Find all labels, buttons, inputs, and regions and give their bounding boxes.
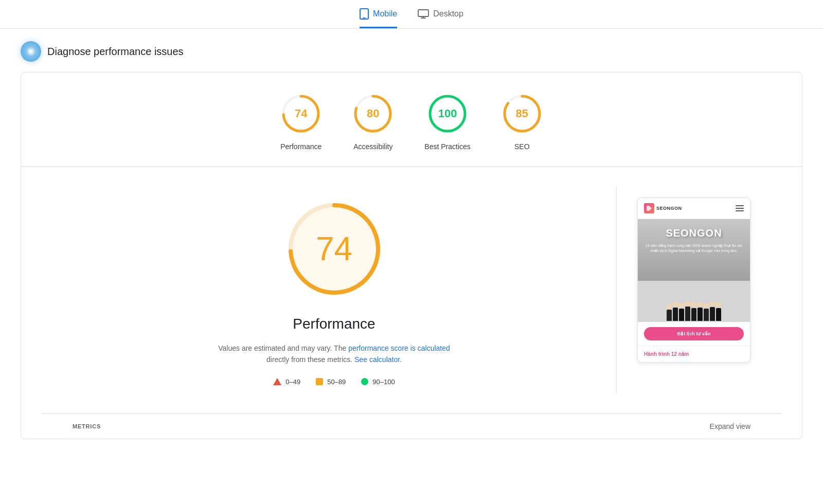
team-figures [667,301,721,322]
legend-high: 90–100 [361,378,395,386]
phone-logo-text: SEONGON [656,206,682,211]
accessibility-ring: 80 [352,93,393,134]
figure-body [716,308,721,321]
circle-icon [361,378,368,385]
hamburger-icon [736,205,744,211]
best-practices-label: Best Practices [424,142,470,151]
phone-section: SEONGON SEONGON 13 năm đồng hành cùng hơ… [637,187,750,363]
score-card-best-practices[interactable]: 100 Best Practices [424,93,470,151]
accessibility-label: Accessibility [353,142,392,151]
diagnose-title: Diagnose performance issues [47,46,184,58]
figure-1 [667,304,672,321]
figure-head [685,301,690,306]
figure-7 [704,303,709,321]
performance-ring: 74 [280,93,321,134]
hamburger-line-1 [736,205,744,206]
seo-label: SEO [514,142,530,151]
metrics-footer: METRICS Expand view [42,413,781,439]
legend-low: 0–49 [273,378,300,386]
phone-cta: Đặt lịch tư vấn [638,322,750,346]
figure-head [704,303,709,308]
figure-head [691,302,696,308]
legend-high-range: 90–100 [372,378,395,386]
performance-label: Performance [280,142,321,151]
diagnose-icon [21,41,41,62]
desc-middle: directly from these metrics. [266,355,354,364]
expand-view-button[interactable]: Expand view [710,422,750,430]
performance-score: 74 [295,107,307,120]
score-cards: 74 Performance 80 Accessibility [21,73,802,166]
phone-logo-icon [644,203,654,213]
figure-body [710,307,715,321]
desc-prefix: Values are estimated and may vary. The [218,344,348,352]
big-score-ring: 74 [283,197,386,300]
phone-footer-text: Hành trình 12 năm [644,351,744,357]
figure-2 [673,302,678,321]
legend-mid-range: 50–89 [327,378,346,386]
tab-bar: Mobile Desktop [0,0,823,29]
figure-head [679,303,684,308]
figure-head [667,304,672,309]
figure-body [704,309,709,321]
figure-body [667,310,672,321]
best-practices-ring: 100 [427,93,468,134]
score-cards-wrapper: 74 Performance 80 Accessibility [21,72,802,439]
metrics-label: METRICS [73,423,101,429]
accessibility-score: 80 [367,107,379,120]
best-practices-score: 100 [438,107,457,120]
figure-body [691,308,696,321]
figure-9 [716,302,721,321]
phone-hero-subtitle: 13 năm đồng hành cùng hơn 5000 doanh ngh… [644,243,744,254]
figure-body [697,308,703,321]
svg-rect-2 [418,10,428,16]
footer-highlight: 12 năm [671,351,689,357]
svg-point-7 [30,50,32,53]
square-icon [316,378,323,385]
figure-4 [685,301,690,321]
hamburger-line-3 [736,210,744,211]
tab-desktop[interactable]: Desktop [418,9,463,27]
phone-logo: SEONGON [644,203,682,213]
figure-5 [691,302,696,321]
cta-button[interactable]: Đặt lịch tư vấn [644,327,744,340]
figure-head [716,302,721,308]
triangle-icon [273,378,281,385]
figure-6 [697,302,703,321]
phone-mockup: SEONGON SEONGON 13 năm đồng hành cùng hơ… [637,197,750,363]
phone-hero-title: SEONGON [644,227,744,239]
svg-rect-1 [363,17,366,19]
phone-footer: Hành trình 12 năm [638,346,750,362]
figure-head [697,302,703,307]
figure-3 [679,303,684,321]
figure-head [710,301,715,307]
big-score-title: Performance [293,316,375,332]
footer-prefix: Hành trình [644,351,671,357]
score-card-accessibility[interactable]: 80 Accessibility [352,93,393,151]
big-score-value: 74 [316,230,352,268]
big-score-section: 74 Performance Values are estimated and … [73,187,596,386]
figure-head [673,302,678,307]
hamburger-line-2 [736,208,744,209]
legend: 0–49 50–89 90–100 [273,378,395,386]
phone-hero: SEONGON 13 năm đồng hành cùng hơn 5000 d… [638,219,750,281]
performance-score-link[interactable]: performance score is calculated [348,344,450,352]
tab-desktop-label: Desktop [433,9,463,19]
phone-team-image [638,281,750,322]
figure-body [679,309,684,321]
figure-body [673,308,678,321]
score-card-performance[interactable]: 74 Performance [280,93,321,151]
seo-score: 85 [516,107,528,120]
figure-8 [710,301,715,321]
tab-mobile-label: Mobile [373,9,397,19]
desktop-icon [418,9,429,19]
calculator-link[interactable]: See calculator. [354,355,402,364]
big-score-description: Values are estimated and may vary. The p… [211,343,458,366]
seo-ring: 85 [502,93,543,134]
diagnose-header: Diagnose performance issues [0,29,823,72]
figure-body [685,307,690,321]
tab-mobile[interactable]: Mobile [360,8,397,28]
legend-mid: 50–89 [316,378,346,386]
score-card-seo[interactable]: 85 SEO [502,93,543,151]
vertical-divider [616,187,617,393]
mobile-icon [360,8,369,20]
